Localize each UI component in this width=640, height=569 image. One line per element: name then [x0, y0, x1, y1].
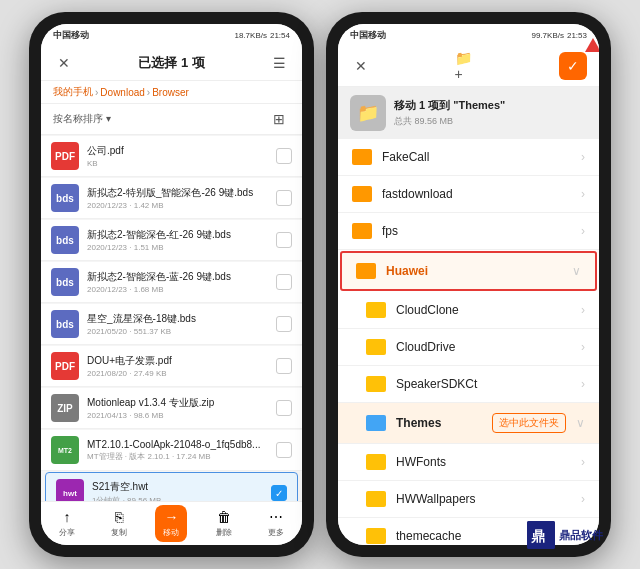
copy-label: 复制: [111, 527, 127, 538]
list-item[interactable]: CloudClone ›: [338, 292, 599, 329]
huawei-folder-item[interactable]: Huawei ∨: [340, 251, 597, 291]
select-folder-button[interactable]: 选中此文件夹: [492, 413, 566, 433]
list-item[interactable]: fastdownload ›: [338, 176, 599, 213]
file-list: PDF 公司.pdf KB bds 新拟态2-特别版_智能深色-26 9键.bd…: [41, 135, 302, 501]
bottom-toolbar: ↑ 分享 ⎘ 复制 → 移动 🗑 删除 ⋯ 更多: [41, 501, 302, 545]
file-meta: 2021/08/20 · 27.49 KB: [87, 369, 268, 378]
file-checkbox[interactable]: [276, 190, 292, 206]
file-checkbox[interactable]: [276, 148, 292, 164]
file-info: 星空_流星深色-18键.bds 2021/05/20 · 551.37 KB: [87, 312, 268, 336]
left-time: 21:54: [270, 31, 290, 40]
move-button[interactable]: → 移动: [155, 505, 187, 542]
list-item[interactable]: PDF 公司.pdf KB: [41, 136, 302, 177]
file-name: Motionleap v1.3.4 专业版.zip: [87, 396, 268, 410]
arrow-indicator: [585, 38, 599, 52]
list-item[interactable]: bds 星空_流星深色-18键.bds 2021/05/20 · 551.37 …: [41, 304, 302, 345]
folder-yellow-icon: [366, 339, 386, 355]
chevron-down-icon: ∨: [576, 416, 585, 430]
share-button[interactable]: ↑ 分享: [51, 505, 83, 542]
list-item[interactable]: MT2 MT2.10.1-CoolApk-21048-o_1fq5db8... …: [41, 430, 302, 471]
file-info: MT2.10.1-CoolApk-21048-o_1fq5db8... MT管理…: [87, 439, 268, 462]
file-checkbox[interactable]: [276, 400, 292, 416]
folder-name: fastdownload: [382, 187, 571, 201]
delete-button[interactable]: 🗑 删除: [208, 505, 240, 542]
file-name: 新拟态2-智能深色-红-26 9键.bds: [87, 228, 268, 242]
themes-folder-item[interactable]: Themes 选中此文件夹 ∨: [338, 403, 599, 444]
list-item[interactable]: bds 新拟态2-特别版_智能深色-26 9键.bds 2020/12/23 ·…: [41, 178, 302, 219]
hwt-icon: hwt: [56, 479, 84, 501]
list-item[interactable]: bds 新拟态2-智能深色-红-26 9键.bds 2020/12/23 · 1…: [41, 220, 302, 261]
file-checkbox[interactable]: [276, 316, 292, 332]
chevron-right-icon: ›: [581, 150, 585, 164]
selected-file-item[interactable]: hwt S21青空.hwt 1分钟前 · 89.56 MB ✓: [45, 472, 298, 501]
right-status-bar: 中国移动 99.7KB/s 21:53: [338, 24, 599, 46]
folder-name: CloudClone: [396, 303, 571, 317]
main-container: 中国移动 18.7KB/s 21:54 ✕ 已选择 1 项 ☰ 我的手机 › D…: [29, 12, 611, 557]
list-item[interactable]: fps ›: [338, 213, 599, 250]
folder-info-name: 移动 1 项到 "Themes": [394, 98, 587, 113]
move-label: 移动: [163, 527, 179, 538]
file-checkbox[interactable]: [276, 274, 292, 290]
confirm-check-icon: ✓: [567, 58, 579, 74]
folder-name: HWWallpapers: [396, 492, 571, 506]
folder-big-icon: 📁: [350, 95, 386, 131]
sort-label[interactable]: 按名称排序 ▾: [53, 112, 111, 126]
chevron-right-icon: ›: [581, 340, 585, 354]
file-name: S21青空.hwt: [92, 480, 263, 494]
file-meta: MT管理器 · 版本 2.10.1 · 17.24 MB: [87, 451, 268, 462]
file-info: Motionleap v1.3.4 专业版.zip 2021/04/13 · 9…: [87, 396, 268, 420]
copy-icon: ⎘: [115, 509, 123, 525]
left-nav-bar: ✕ 已选择 1 项 ☰: [41, 46, 302, 81]
folder-name: FakeCall: [382, 150, 571, 164]
file-meta: 2020/12/23 · 1.51 MB: [87, 243, 268, 252]
file-meta: 2020/12/23 · 1.68 MB: [87, 285, 268, 294]
bds-icon: bds: [51, 184, 79, 212]
file-meta: 2020/12/23 · 1.42 MB: [87, 201, 268, 210]
file-checkbox-checked[interactable]: ✓: [271, 485, 287, 501]
folder-info-bar: 📁 移动 1 项到 "Themes" 总共 89.56 MB: [338, 87, 599, 139]
folder-yellow-icon: [366, 528, 386, 544]
file-info: 新拟态2-特别版_智能深色-26 9键.bds 2020/12/23 · 1.4…: [87, 186, 268, 210]
list-item[interactable]: bds 新拟态2-智能深色-蓝-26 9键.bds 2020/12/23 · 1…: [41, 262, 302, 303]
list-item[interactable]: HWWallpapers ›: [338, 481, 599, 518]
file-checkbox[interactable]: [276, 358, 292, 374]
breadcrumb-item-1[interactable]: Download: [100, 87, 144, 98]
chevron-down-icon: ∨: [572, 264, 581, 278]
move-icon: →: [164, 509, 178, 525]
watermark-label: 鼎品软件: [559, 528, 603, 543]
list-item[interactable]: PDF DOU+电子发票.pdf 2021/08/20 · 27.49 KB: [41, 346, 302, 387]
new-folder-icon[interactable]: 📁+: [455, 55, 477, 77]
file-info: 新拟态2-智能深色-蓝-26 9键.bds 2020/12/23 · 1.68 …: [87, 270, 268, 294]
list-item[interactable]: HWFonts ›: [338, 444, 599, 481]
list-item[interactable]: CloudDrive ›: [338, 329, 599, 366]
grid-view-icon[interactable]: ⊞: [268, 108, 290, 130]
right-carrier: 中国移动: [350, 29, 386, 42]
close-icon[interactable]: ✕: [53, 52, 75, 74]
breadcrumb-item-2[interactable]: Browser: [152, 87, 189, 98]
chevron-right-icon: ›: [581, 303, 585, 317]
chevron-right-icon: ›: [581, 492, 585, 506]
file-checkbox[interactable]: [276, 232, 292, 248]
list-item[interactable]: SpeakerSDKCt ›: [338, 366, 599, 403]
folder-info-size: 总共 89.56 MB: [394, 115, 587, 128]
bds-icon: bds: [51, 226, 79, 254]
breadcrumb-item-0[interactable]: 我的手机: [53, 85, 93, 99]
right-close-icon[interactable]: ✕: [350, 55, 372, 77]
svg-text:鼎: 鼎: [531, 528, 545, 544]
file-name: 新拟态2-特别版_智能深色-26 9键.bds: [87, 186, 268, 200]
file-name: MT2.10.1-CoolApk-21048-o_1fq5db8...: [87, 439, 268, 450]
pdf-icon: PDF: [51, 352, 79, 380]
list-item[interactable]: FakeCall ›: [338, 139, 599, 176]
folder-yellow-icon: [366, 376, 386, 392]
folder-list: FakeCall › fastdownload › fps › Huawei: [338, 139, 599, 545]
folder-name: Themes: [396, 416, 482, 430]
file-name: 星空_流星深色-18键.bds: [87, 312, 268, 326]
more-button[interactable]: ⋯ 更多: [260, 505, 292, 542]
file-checkbox[interactable]: [276, 442, 292, 458]
confirm-button[interactable]: ✓: [559, 52, 587, 80]
folder-orange-icon: [356, 263, 376, 279]
edit-icon[interactable]: ☰: [268, 52, 290, 74]
chevron-right-icon: ›: [581, 377, 585, 391]
copy-button[interactable]: ⎘ 复制: [103, 505, 135, 542]
list-item[interactable]: ZIP Motionleap v1.3.4 专业版.zip 2021/04/13…: [41, 388, 302, 429]
